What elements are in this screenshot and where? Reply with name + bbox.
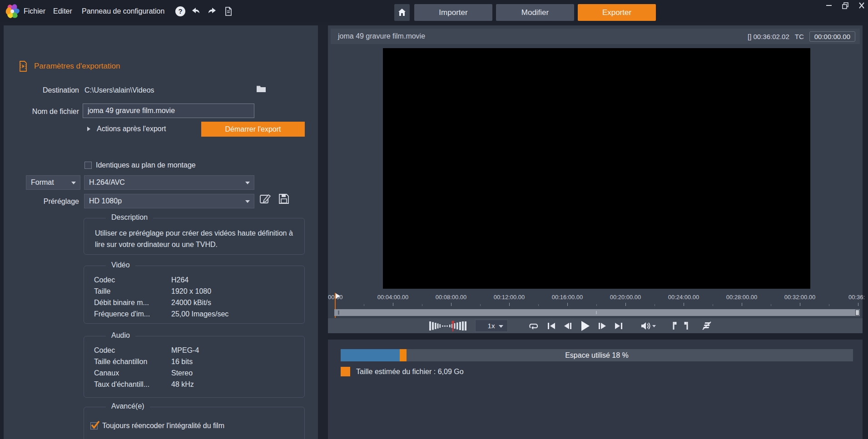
format-value: H.264/AVC [89,178,125,187]
export-settings-panel: Paramètres d'exportation Destination C:\… [4,25,318,439]
export-status-panel: Espace utilisé 18 % Taille estimée du fi… [328,340,863,439]
volume-button[interactable] [640,321,656,330]
audio-group: Audio CodecMPEG-4 Taille échantillon16 b… [84,336,305,398]
same-as-timeline-checkbox[interactable] [84,162,92,169]
previous-frame-button[interactable] [563,322,572,330]
advanced-legend: Avancé(e) [106,402,150,410]
disk-space-label: Espace utilisé 18 % [565,351,629,360]
scrollbar-marker [596,311,597,314]
redo-icon[interactable] [207,6,217,16]
timecode-field[interactable]: 00:00:00.00 [809,31,855,42]
chevron-down-icon [71,182,76,184]
menu-fichier[interactable]: Fichier [22,0,47,22]
check-icon [90,420,100,430]
same-as-timeline-label: Identiques au plan de montage [96,161,196,169]
help-icon[interactable]: ? [175,6,185,16]
table-row: Taille échantillon16 bits [94,356,304,367]
disk-space-file-fill [400,349,407,361]
playhead-flag-icon[interactable] [336,293,340,299]
close-button[interactable] [856,1,868,10]
speed-value: 1x [488,322,495,330]
chevron-down-icon [245,200,250,203]
home-button[interactable] [394,4,410,21]
go-to-end-button[interactable] [614,322,623,330]
title-bar: Fichier Editer Panneau de configuration … [0,0,868,22]
start-export-button[interactable]: Démarrer l'export [201,122,305,137]
table-row: Débit binaire m...24000 kBit/s [94,297,304,308]
next-frame-button[interactable] [598,322,607,330]
menu-editer[interactable]: Editer [51,0,74,22]
table-row: CodecMPEG-4 [94,345,304,356]
save-preset-icon[interactable] [278,193,289,204]
timeline-scrollbar[interactable] [334,309,860,316]
importer-tab[interactable]: Importer [414,4,492,21]
panel-splitter[interactable] [318,25,328,439]
scrollbar-left-grip[interactable] [338,311,339,315]
filename-input[interactable] [83,104,254,118]
shuttle-control[interactable] [429,321,468,331]
export-settings-icon [19,61,28,72]
ruler-label: 00:24:00.00 [668,294,699,301]
advanced-group: Avancé(e) Toujours réencoder l'intégrali… [84,407,305,439]
same-as-timeline-row[interactable]: Identiques au plan de montage [84,161,196,169]
actions-label: Actions après l'export [97,125,166,133]
estimated-size-row: Taille estimée du fichier : 6,09 Go [341,367,464,376]
duration-readout: [] 00:36:02.02 [748,33,789,40]
ruler-label: 00:20:00.00 [610,294,641,301]
modifier-tab[interactable]: Modifier [496,4,574,21]
ruler-label: 00:36: [848,294,865,301]
chevron-down-icon [499,325,503,328]
mark-in-button[interactable] [670,321,677,330]
markers-disabled-button[interactable] [701,321,712,330]
chevron-down-icon [245,182,250,184]
preset-value: HD 1080p [89,197,122,205]
exporter-tab[interactable]: Exporter [578,4,656,21]
format-value-dropdown[interactable]: H.264/AVC [84,175,254,190]
preview-panel: joma 49 gravure film.movie [] 00:36:02.0… [328,25,863,333]
video-group: Vidéo CodecH264 Taille1920 x 1080 Débit … [84,266,305,324]
document-icon[interactable] [223,6,233,16]
tc-label: TC [795,33,804,40]
preset-dropdown[interactable]: HD 1080p [84,194,254,208]
scrollbar-right-handle[interactable] [855,310,859,316]
description-legend: Description [106,213,153,222]
ruler-label: 00:08:00.00 [436,294,467,301]
table-row: Fréquence d'im...25,00 Images/sec [94,308,304,320]
ruler-label: 00:04:00.00 [377,294,409,301]
destination-label: Destination [4,86,79,94]
reencode-checkbox[interactable] [90,422,98,429]
mark-out-button[interactable] [684,321,690,330]
menu-panneau-configuration[interactable]: Panneau de configuration [80,0,166,22]
go-to-start-button[interactable] [547,322,556,330]
edit-preset-icon[interactable] [259,193,271,205]
play-button[interactable] [580,321,590,331]
panel-title: Paramètres d'exportation [34,62,120,71]
description-group: Description Utiliser ce préréglage pour … [84,218,305,255]
reencode-row[interactable]: Toujours réencoder l'intégralité du film [90,422,224,430]
estimated-size-swatch [341,367,350,376]
preview-title: joma 49 gravure film.movie [331,32,748,40]
format-label: Format [31,178,54,187]
restore-button[interactable] [839,1,851,10]
format-selector-dropdown[interactable]: Format [26,175,80,190]
disk-space-used-fill [341,349,400,361]
disk-space-bar: Espace utilisé 18 % [341,349,853,361]
minimize-button[interactable] [823,1,835,10]
timeline-ruler[interactable]: 00.00 00:04:00.00 00:08:00.00 00:12:00.0… [328,293,863,308]
playback-speed-dropdown[interactable]: 1x [475,320,508,332]
estimated-size-label: Taille estimée du fichier : 6,09 Go [356,368,464,376]
ruler-label: 00:32:00.00 [784,294,816,301]
browse-folder-icon[interactable] [256,84,266,93]
reencode-label: Toujours réencoder l'intégralité du film [102,422,224,430]
ruler-label: 00:12:00.00 [494,294,525,301]
actions-after-export[interactable]: Actions après l'export [87,125,166,133]
description-text: Utiliser ce préréglage pour créer des vi… [84,218,304,250]
ruler-label: 00:28:00.00 [726,294,758,301]
table-row: Taille1920 x 1080 [94,286,304,297]
video-viewport[interactable] [383,48,810,289]
table-row: CanauxStereo [94,367,304,379]
disclosure-triangle-icon [87,127,90,131]
undo-icon[interactable] [191,6,201,16]
loop-button[interactable] [528,321,540,330]
audio-legend: Audio [106,331,135,340]
